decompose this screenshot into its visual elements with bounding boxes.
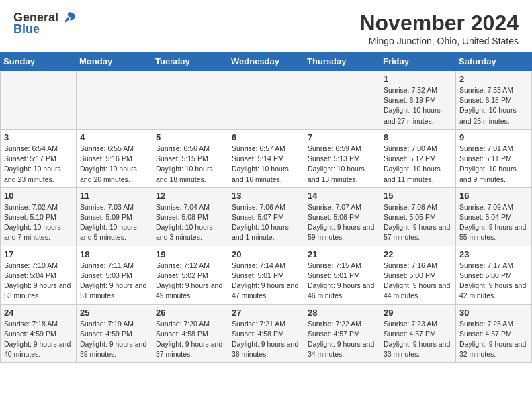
day-number: 13 [232, 191, 300, 201]
day-info: Sunrise: 6:57 AM Sunset: 5:14 PM Dayligh… [232, 144, 300, 185]
day-number: 10 [4, 191, 73, 201]
weekday-header-saturday: Saturday [456, 52, 532, 71]
calendar-cell: 2Sunrise: 7:53 AM Sunset: 6:18 PM Daylig… [456, 71, 532, 130]
calendar-week-row: 3Sunrise: 6:54 AM Sunset: 5:17 PM Daylig… [1, 129, 532, 187]
day-number: 23 [459, 249, 528, 259]
day-number: 26 [156, 308, 224, 318]
day-number: 21 [308, 249, 376, 259]
calendar-cell: 7Sunrise: 6:59 AM Sunset: 5:13 PM Daylig… [304, 129, 380, 187]
day-number: 3 [4, 132, 73, 142]
calendar-week-row: 1Sunrise: 7:52 AM Sunset: 6:19 PM Daylig… [1, 71, 532, 130]
day-info: Sunrise: 7:06 AM Sunset: 5:07 PM Dayligh… [232, 202, 300, 243]
calendar-cell: 3Sunrise: 6:54 AM Sunset: 5:17 PM Daylig… [1, 129, 77, 187]
calendar-cell: 19Sunrise: 7:12 AM Sunset: 5:02 PM Dayli… [152, 246, 228, 304]
day-number: 24 [4, 308, 73, 318]
day-number: 29 [384, 308, 452, 318]
day-number: 8 [384, 132, 452, 142]
day-number: 27 [232, 308, 300, 318]
calendar-cell: 5Sunrise: 6:56 AM Sunset: 5:15 PM Daylig… [152, 129, 228, 187]
calendar-cell: 10Sunrise: 7:02 AM Sunset: 5:10 PM Dayli… [1, 187, 77, 246]
day-info: Sunrise: 7:25 AM Sunset: 4:57 PM Dayligh… [459, 319, 528, 360]
calendar-cell: 13Sunrise: 7:06 AM Sunset: 5:07 PM Dayli… [228, 187, 304, 246]
day-info: Sunrise: 7:21 AM Sunset: 4:58 PM Dayligh… [232, 319, 300, 360]
calendar-cell: 6Sunrise: 6:57 AM Sunset: 5:14 PM Daylig… [228, 129, 304, 187]
day-number: 4 [80, 132, 148, 142]
calendar-cell [304, 71, 380, 130]
day-number: 6 [232, 132, 300, 142]
day-number: 16 [459, 191, 528, 201]
day-info: Sunrise: 7:08 AM Sunset: 5:05 PM Dayligh… [384, 202, 452, 243]
logo-bird-icon [61, 11, 76, 25]
day-info: Sunrise: 7:10 AM Sunset: 5:04 PM Dayligh… [4, 261, 73, 302]
day-info: Sunrise: 7:16 AM Sunset: 5:00 PM Dayligh… [384, 261, 452, 302]
day-info: Sunrise: 7:04 AM Sunset: 5:08 PM Dayligh… [156, 202, 224, 243]
day-number: 9 [459, 132, 528, 142]
calendar-cell: 22Sunrise: 7:16 AM Sunset: 5:00 PM Dayli… [380, 246, 456, 304]
calendar-week-row: 17Sunrise: 7:10 AM Sunset: 5:04 PM Dayli… [1, 246, 532, 304]
calendar-cell [152, 71, 228, 130]
day-number: 11 [80, 191, 148, 201]
logo-blue-text: Blue [13, 22, 40, 36]
day-info: Sunrise: 6:59 AM Sunset: 5:13 PM Dayligh… [308, 144, 376, 185]
day-info: Sunrise: 7:52 AM Sunset: 6:19 PM Dayligh… [384, 85, 452, 126]
calendar-cell: 21Sunrise: 7:15 AM Sunset: 5:01 PM Dayli… [304, 246, 380, 304]
weekday-header-wednesday: Wednesday [228, 52, 304, 71]
day-info: Sunrise: 7:15 AM Sunset: 5:01 PM Dayligh… [308, 261, 376, 302]
calendar-cell: 17Sunrise: 7:10 AM Sunset: 5:04 PM Dayli… [1, 246, 77, 304]
day-info: Sunrise: 7:03 AM Sunset: 5:09 PM Dayligh… [80, 202, 148, 243]
day-number: 15 [384, 191, 452, 201]
day-info: Sunrise: 7:09 AM Sunset: 5:04 PM Dayligh… [459, 202, 528, 243]
calendar-cell: 26Sunrise: 7:20 AM Sunset: 4:58 PM Dayli… [152, 304, 228, 363]
calendar: SundayMondayTuesdayWednesdayThursdayFrid… [0, 52, 532, 363]
weekday-header-tuesday: Tuesday [152, 52, 228, 71]
logo: General Blue [13, 11, 76, 36]
day-number: 18 [80, 249, 148, 259]
weekday-header-friday: Friday [380, 52, 456, 71]
day-number: 17 [4, 249, 73, 259]
day-info: Sunrise: 6:55 AM Sunset: 5:16 PM Dayligh… [80, 144, 148, 185]
day-number: 12 [156, 191, 224, 201]
calendar-cell [1, 71, 77, 130]
day-info: Sunrise: 7:53 AM Sunset: 6:18 PM Dayligh… [459, 85, 528, 126]
calendar-week-row: 24Sunrise: 7:18 AM Sunset: 4:59 PM Dayli… [1, 304, 532, 363]
day-info: Sunrise: 7:18 AM Sunset: 4:59 PM Dayligh… [4, 319, 73, 360]
day-number: 1 [384, 74, 452, 84]
day-info: Sunrise: 7:00 AM Sunset: 5:12 PM Dayligh… [384, 144, 452, 185]
calendar-cell: 4Sunrise: 6:55 AM Sunset: 5:16 PM Daylig… [77, 129, 152, 187]
calendar-cell: 14Sunrise: 7:07 AM Sunset: 5:06 PM Dayli… [304, 187, 380, 246]
day-info: Sunrise: 6:56 AM Sunset: 5:15 PM Dayligh… [156, 144, 224, 185]
calendar-cell: 15Sunrise: 7:08 AM Sunset: 5:05 PM Dayli… [380, 187, 456, 246]
calendar-cell: 11Sunrise: 7:03 AM Sunset: 5:09 PM Dayli… [77, 187, 152, 246]
day-number: 14 [308, 191, 376, 201]
day-info: Sunrise: 7:14 AM Sunset: 5:01 PM Dayligh… [232, 261, 300, 302]
day-info: Sunrise: 7:19 AM Sunset: 4:59 PM Dayligh… [80, 319, 148, 360]
calendar-cell: 27Sunrise: 7:21 AM Sunset: 4:58 PM Dayli… [228, 304, 304, 363]
calendar-cell: 9Sunrise: 7:01 AM Sunset: 5:11 PM Daylig… [456, 129, 532, 187]
day-info: Sunrise: 6:54 AM Sunset: 5:17 PM Dayligh… [4, 144, 73, 185]
calendar-cell [77, 71, 152, 130]
calendar-cell: 8Sunrise: 7:00 AM Sunset: 5:12 PM Daylig… [380, 129, 456, 187]
day-info: Sunrise: 7:11 AM Sunset: 5:03 PM Dayligh… [80, 261, 148, 302]
calendar-cell: 28Sunrise: 7:22 AM Sunset: 4:57 PM Dayli… [304, 304, 380, 363]
calendar-cell: 20Sunrise: 7:14 AM Sunset: 5:01 PM Dayli… [228, 246, 304, 304]
calendar-cell: 16Sunrise: 7:09 AM Sunset: 5:04 PM Dayli… [456, 187, 532, 246]
calendar-cell: 29Sunrise: 7:23 AM Sunset: 4:57 PM Dayli… [380, 304, 456, 363]
calendar-cell [228, 71, 304, 130]
header: General Blue November 2024 Mingo Junctio… [0, 0, 532, 52]
day-number: 22 [384, 249, 452, 259]
day-number: 2 [459, 74, 528, 84]
calendar-cell: 18Sunrise: 7:11 AM Sunset: 5:03 PM Dayli… [77, 246, 152, 304]
weekday-header-sunday: Sunday [1, 52, 77, 71]
calendar-cell: 12Sunrise: 7:04 AM Sunset: 5:08 PM Dayli… [152, 187, 228, 246]
day-info: Sunrise: 7:23 AM Sunset: 4:57 PM Dayligh… [384, 319, 452, 360]
day-info: Sunrise: 7:07 AM Sunset: 5:06 PM Dayligh… [308, 202, 376, 243]
title-area: November 2024 Mingo Junction, Ohio, Unit… [359, 11, 519, 46]
weekday-header-row: SundayMondayTuesdayWednesdayThursdayFrid… [1, 52, 532, 71]
day-info: Sunrise: 7:20 AM Sunset: 4:58 PM Dayligh… [156, 319, 224, 360]
calendar-week-row: 10Sunrise: 7:02 AM Sunset: 5:10 PM Dayli… [1, 187, 532, 246]
day-number: 28 [308, 308, 376, 318]
day-info: Sunrise: 7:02 AM Sunset: 5:10 PM Dayligh… [4, 202, 73, 243]
day-number: 7 [308, 132, 376, 142]
day-number: 30 [459, 308, 528, 318]
day-number: 25 [80, 308, 148, 318]
